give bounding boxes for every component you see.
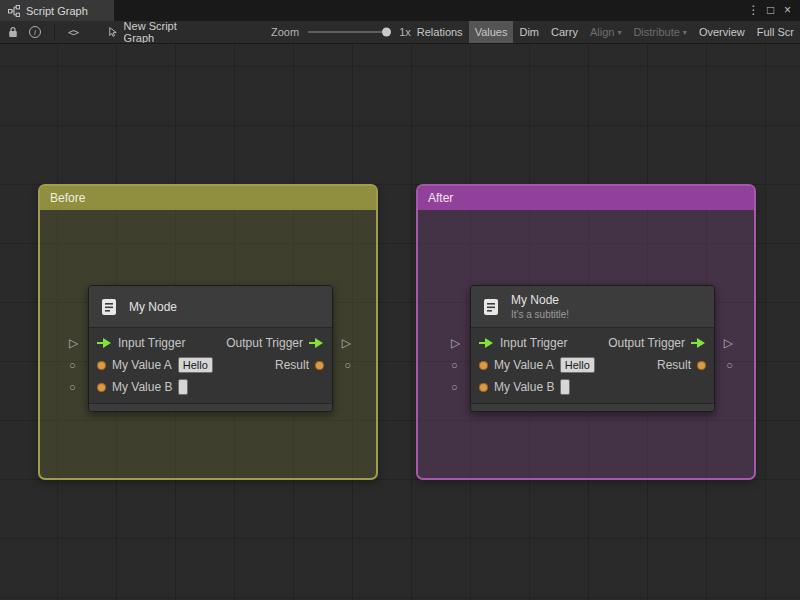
zoom-slider-knob[interactable] xyxy=(382,28,391,37)
port-row: ○ My Value B xyxy=(89,376,332,398)
port-label: Result xyxy=(657,358,691,372)
value-port-icon[interactable] xyxy=(97,361,106,370)
button-relations[interactable]: Relations xyxy=(411,21,469,43)
window-controls: ⋮ □ × xyxy=(745,0,800,21)
button-distribute[interactable]: Distribute ▾ xyxy=(627,21,692,43)
group-header[interactable]: Before xyxy=(40,186,376,210)
node-title: My Node xyxy=(511,293,569,307)
group-header[interactable]: After xyxy=(418,186,754,210)
external-value-port-icon[interactable]: ○ xyxy=(344,360,351,371)
graph-toolbar: i <> New Script Graph Zoom 1x Relations … xyxy=(0,21,800,44)
external-flow-port-icon[interactable]: ▷ xyxy=(69,337,78,349)
node-my-node-after[interactable]: My Node It's a subtitle! ▷ Input Trigger… xyxy=(470,285,715,412)
value-port-icon[interactable] xyxy=(697,361,706,370)
node-footer xyxy=(471,403,714,411)
flow-port-icon[interactable] xyxy=(479,338,494,348)
button-fullscreen[interactable]: Full Scr xyxy=(751,21,800,43)
group-after[interactable]: After My Node It's a subtitle! ▷ xyxy=(416,184,756,480)
port-label: Output Trigger xyxy=(608,336,685,350)
port-label: Result xyxy=(275,358,309,372)
button-carry[interactable]: Carry xyxy=(545,21,584,43)
group-title: After xyxy=(428,191,453,205)
input-trigger-port[interactable]: Input Trigger xyxy=(97,336,185,350)
port-row: ○ My Value A Hello Result ○ xyxy=(471,354,714,376)
my-value-a-port[interactable]: My Value A Hello xyxy=(97,357,213,373)
graph-name-group[interactable]: New Script Graph xyxy=(108,21,199,44)
button-distribute-label: Distribute xyxy=(633,26,679,38)
value-input-field[interactable]: Hello xyxy=(560,357,595,373)
node-header[interactable]: My Node xyxy=(89,286,332,328)
output-trigger-port[interactable]: Output Trigger xyxy=(608,336,706,350)
toolbar-left-icons: i <> xyxy=(0,25,78,39)
flow-port-icon[interactable] xyxy=(691,338,706,348)
info-icon[interactable]: i xyxy=(29,26,41,38)
external-value-port-icon[interactable]: ○ xyxy=(69,382,76,393)
external-flow-port-icon[interactable]: ▷ xyxy=(451,337,460,349)
zoom-value: 1x xyxy=(399,26,411,38)
node-titles: My Node xyxy=(129,300,177,314)
tab-script-graph[interactable]: Script Graph xyxy=(0,0,114,21)
graph-name-label: New Script Graph xyxy=(124,21,199,44)
group-before[interactable]: Before My Node ▷ xyxy=(38,184,378,480)
node-header[interactable]: My Node It's a subtitle! xyxy=(471,286,714,328)
value-port-icon[interactable] xyxy=(479,383,488,392)
port-label: Output Trigger xyxy=(226,336,303,350)
node-body: ▷ Input Trigger Output Trigger ▷ xyxy=(471,328,714,398)
port-row: ○ My Value B xyxy=(471,376,714,398)
group-title: Before xyxy=(50,191,85,205)
port-row: ▷ Input Trigger Output Trigger ▷ xyxy=(471,332,714,354)
toolbar-separator xyxy=(54,25,55,39)
node-icon xyxy=(480,296,502,318)
value-port-icon[interactable] xyxy=(97,383,106,392)
button-align[interactable]: Align ▾ xyxy=(584,21,627,43)
pointer-icon xyxy=(108,26,118,38)
output-trigger-port[interactable]: Output Trigger xyxy=(226,336,324,350)
chevron-down-icon: ▾ xyxy=(617,28,621,37)
my-value-b-port[interactable]: My Value B xyxy=(97,379,188,395)
chevron-down-icon: ▾ xyxy=(683,28,687,37)
window-tab-bar: Script Graph ⋮ □ × xyxy=(0,0,800,21)
my-value-b-port[interactable]: My Value B xyxy=(479,379,570,395)
node-footer xyxy=(89,403,332,411)
button-values[interactable]: Values xyxy=(469,21,514,43)
external-value-port-icon[interactable]: ○ xyxy=(451,360,458,371)
external-value-port-icon[interactable]: ○ xyxy=(451,382,458,393)
port-label: My Value A xyxy=(112,358,172,372)
flow-port-icon[interactable] xyxy=(309,338,324,348)
value-input-field[interactable] xyxy=(178,379,188,395)
zoom-group: Zoom 1x xyxy=(271,26,411,38)
input-trigger-port[interactable]: Input Trigger xyxy=(479,336,567,350)
tab-title: Script Graph xyxy=(26,5,88,17)
zoom-slider[interactable] xyxy=(308,31,390,33)
button-overview[interactable]: Overview xyxy=(693,21,751,43)
node-my-node-before[interactable]: My Node ▷ Input Trigger Output Trigger xyxy=(88,285,333,412)
node-body: ▷ Input Trigger Output Trigger ▷ xyxy=(89,328,332,398)
toolbar-buttons: Relations Values Dim Carry Align ▾ Distr… xyxy=(411,21,800,43)
value-input-field[interactable]: Hello xyxy=(178,357,213,373)
port-label: My Value B xyxy=(112,380,172,394)
value-input-field[interactable] xyxy=(560,379,570,395)
button-dim[interactable]: Dim xyxy=(513,21,545,43)
graph-canvas[interactable]: Before My Node ▷ xyxy=(0,44,800,600)
zoom-label: Zoom xyxy=(271,26,299,38)
port-label: My Value B xyxy=(494,380,554,394)
external-value-port-icon[interactable]: ○ xyxy=(726,360,733,371)
port-label: Input Trigger xyxy=(500,336,567,350)
value-port-icon[interactable] xyxy=(479,361,488,370)
port-row: ○ My Value A Hello Result ○ xyxy=(89,354,332,376)
external-flow-port-icon[interactable]: ▷ xyxy=(724,337,733,349)
external-flow-port-icon[interactable]: ▷ xyxy=(342,337,351,349)
my-value-a-port[interactable]: My Value A Hello xyxy=(479,357,595,373)
value-port-icon[interactable] xyxy=(315,361,324,370)
maximize-icon[interactable]: □ xyxy=(762,0,779,21)
flow-port-icon[interactable] xyxy=(97,338,112,348)
result-port[interactable]: Result xyxy=(275,358,324,372)
kebab-menu-icon[interactable]: ⋮ xyxy=(745,0,762,21)
lock-icon[interactable] xyxy=(8,26,18,38)
result-port[interactable]: Result xyxy=(657,358,706,372)
port-label: My Value A xyxy=(494,358,554,372)
node-icon xyxy=(98,296,120,318)
external-value-port-icon[interactable]: ○ xyxy=(69,360,76,371)
code-view-icon[interactable]: <> xyxy=(68,27,78,38)
close-icon[interactable]: × xyxy=(779,0,796,21)
